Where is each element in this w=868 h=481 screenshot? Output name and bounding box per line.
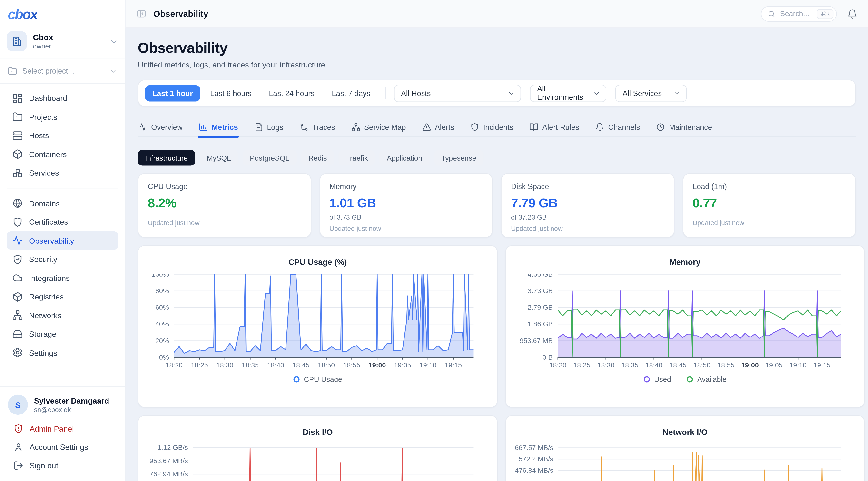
user-menu-label: Sign out [30, 461, 58, 470]
filter-bar: Last 1 hourLast 6 hoursLast 24 hoursLast… [138, 80, 856, 106]
sidebar-nav: DashboardProjectsHostsContainersServices… [0, 84, 125, 386]
tab-metrics[interactable]: Metrics [198, 122, 239, 137]
select-all-environments[interactable]: All Environments [530, 85, 606, 102]
select-all-hosts[interactable]: All Hosts [394, 85, 521, 102]
clock-icon [656, 123, 665, 132]
svg-text:18:25: 18:25 [191, 361, 208, 369]
tab-label: Incidents [483, 123, 514, 131]
notifications-button[interactable] [847, 8, 857, 19]
svg-text:18:45: 18:45 [669, 361, 686, 369]
sidebar-collapse-button[interactable] [136, 8, 147, 19]
sidebar-item-label: Settings [29, 348, 57, 357]
sidebar-item-dashboard[interactable]: Dashboard [7, 89, 118, 107]
sidebar-item-certificates[interactable]: Certificates [7, 213, 118, 231]
user-profile[interactable]: S Sylvester Damgaard sn@cbox.dk [7, 392, 118, 419]
stat-updated: Updated just now [330, 225, 483, 232]
sidebar-section-divider [7, 188, 118, 188]
time-range-last-7-days[interactable]: Last 7 days [324, 85, 377, 101]
network-icon [12, 310, 23, 320]
sidebar: cbox Cbox owner Select project... Dashbo… [0, 0, 126, 481]
filter-divider [385, 87, 386, 99]
chevron-down-icon [593, 89, 600, 97]
chart-title: CPU Usage (%) [146, 258, 489, 266]
tab-incidents[interactable]: Incidents [470, 122, 514, 137]
legend-item-available[interactable]: Available [687, 375, 726, 384]
project-select[interactable]: Select project... [0, 59, 125, 83]
workspace-avatar [7, 31, 27, 51]
tab-logs[interactable]: Logs [254, 122, 284, 137]
svg-text:18:35: 18:35 [621, 361, 638, 369]
search-input[interactable]: Search... ⌘K [761, 6, 837, 22]
chart-legend: UsedAvailable [514, 375, 856, 384]
time-range-last-24-hours[interactable]: Last 24 hours [261, 85, 322, 101]
settings-icon [12, 347, 23, 358]
svg-text:1.86 GB: 1.86 GB [528, 320, 553, 328]
workspace-role: owner [33, 42, 109, 50]
sidebar-item-registries[interactable]: Registries [7, 287, 118, 306]
globe-icon [12, 198, 23, 209]
page-content: Observability Unified metrics, logs, and… [126, 28, 868, 481]
select-value: All Environments [537, 85, 588, 102]
svg-text:667.57 MB/s: 667.57 MB/s [515, 444, 554, 451]
category-pill-redis[interactable]: Redis [301, 150, 334, 165]
tab-alert-rules[interactable]: Alert Rules [529, 122, 580, 137]
svg-text:20%: 20% [155, 337, 169, 345]
tab-bar: OverviewMetricsLogsTracesService MapAler… [138, 122, 856, 137]
chart-card-cpu: CPU Usage (%)0%20%40%60%80%100%18:2018:2… [138, 245, 498, 408]
tab-label: Channels [608, 123, 640, 131]
user-menu-admin-panel[interactable]: Admin Panel [7, 419, 118, 438]
tab-label: Service Map [364, 123, 406, 131]
sidebar-item-label: Containers [29, 150, 67, 159]
svg-text:476.84 MB/s: 476.84 MB/s [515, 467, 554, 474]
workspace-name: Cbox [33, 33, 109, 42]
sidebar-item-security[interactable]: Security [7, 250, 118, 269]
sidebar-item-hosts[interactable]: Hosts [7, 126, 118, 145]
sidebar-item-services[interactable]: Services [7, 163, 118, 182]
legend-item-cpu-usage[interactable]: CPU Usage [293, 375, 342, 384]
legend-item-used[interactable]: Used [644, 375, 671, 384]
avatar: S [8, 395, 28, 415]
user-menu-account-settings[interactable]: Account Settings [7, 438, 118, 456]
alert-triangle-icon [422, 123, 431, 132]
category-pill-typesense[interactable]: Typesense [434, 150, 484, 165]
time-range-last-1-hour[interactable]: Last 1 hour [145, 85, 200, 101]
tab-label: Alert Rules [542, 123, 579, 131]
user-name: Sylvester Damgaard [34, 396, 109, 405]
svg-text:18:20: 18:20 [549, 361, 566, 369]
charts-row-1: CPU Usage (%)0%20%40%60%80%100%18:2018:2… [138, 245, 856, 408]
select-all-services[interactable]: All Services [615, 85, 687, 102]
tab-traces[interactable]: Traces [299, 122, 336, 137]
workspace-switcher[interactable]: Cbox owner [0, 26, 125, 58]
category-pill-traefik[interactable]: Traefik [339, 150, 375, 165]
sidebar-item-observability[interactable]: Observability [7, 231, 118, 250]
search-placeholder: Search... [780, 9, 809, 18]
sidebar-item-domains[interactable]: Domains [7, 194, 118, 213]
sidebar-item-label: Projects [29, 112, 57, 121]
tab-overview[interactable]: Overview [138, 122, 183, 137]
category-pill-application[interactable]: Application [379, 150, 429, 165]
tab-alerts[interactable]: Alerts [422, 122, 455, 137]
category-pill-group: InfrastructureMySQLPostgreSQLRedisTraefi… [138, 150, 856, 165]
tab-maintenance[interactable]: Maintenance [656, 122, 713, 137]
sidebar-item-containers[interactable]: Containers [7, 145, 118, 163]
sidebar-item-integrations[interactable]: Integrations [7, 268, 118, 287]
brand-logo[interactable]: cbox [0, 0, 125, 26]
category-pill-infrastructure[interactable]: Infrastructure [138, 150, 195, 165]
legend-label: Available [697, 375, 726, 384]
tab-service-map[interactable]: Service Map [351, 122, 406, 137]
charts-row-2: Disk I/O1.12 GB/s953.67 MB/s762.94 MB/s1… [138, 415, 856, 481]
svg-text:18:20: 18:20 [165, 361, 183, 369]
sidebar-item-projects[interactable]: Projects [7, 107, 118, 126]
user-menu-sign-out[interactable]: Sign out [7, 456, 118, 475]
time-range-last-6-hours[interactable]: Last 6 hours [203, 85, 259, 101]
sidebar-item-settings[interactable]: Settings [7, 343, 118, 362]
chart-plot-cpu: 0%20%40%60%80%100%18:2018:2518:3018:3518… [146, 274, 489, 371]
sidebar-item-storage[interactable]: Storage [7, 325, 118, 343]
box-icon [12, 149, 23, 159]
cloud-icon [12, 272, 23, 283]
tab-channels[interactable]: Channels [595, 122, 641, 137]
category-pill-mysql[interactable]: MySQL [199, 150, 238, 165]
category-pill-postgresql[interactable]: PostgreSQL [243, 150, 297, 165]
sidebar-item-label: Domains [29, 199, 60, 208]
sidebar-item-networks[interactable]: Networks [7, 306, 118, 325]
